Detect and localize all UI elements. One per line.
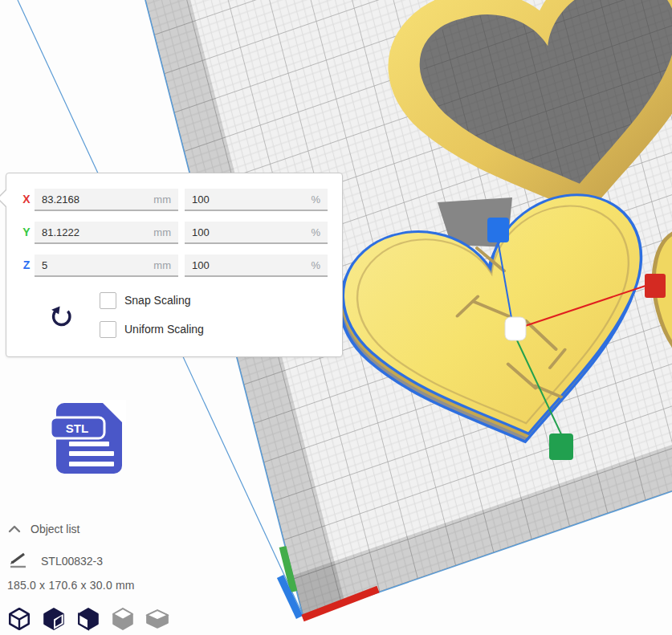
stl-file-thumbnail[interactable]: STL — [51, 400, 127, 478]
axis-y-label: Y — [20, 226, 33, 238]
z-size-input[interactable] — [35, 259, 153, 271]
view-mode-top-face-button[interactable] — [110, 606, 136, 632]
axis-z-label: Z — [20, 258, 33, 271]
stl-file-icon: STL — [51, 400, 127, 478]
y-size-input[interactable] — [35, 226, 153, 238]
cube-open-front-icon — [75, 606, 101, 632]
scale-handle-x[interactable] — [645, 274, 666, 298]
y-scale-input[interactable] — [185, 226, 311, 238]
snap-scaling-row: Snap Scaling — [100, 292, 191, 308]
reset-icon — [48, 303, 75, 331]
x-size-field: mm — [35, 189, 178, 211]
reset-scale-button[interactable] — [48, 303, 75, 331]
stl-badge-text: STL — [66, 421, 88, 435]
view-mode-open-face-button[interactable] — [75, 606, 101, 632]
uniform-scaling-label: Uniform Scaling — [124, 323, 204, 336]
snap-scaling-label: Snap Scaling — [124, 294, 191, 307]
snap-scaling-checkbox[interactable] — [100, 292, 116, 309]
scale-row-y: Y mm % — [6, 222, 342, 244]
pencil-edit-icon[interactable] — [10, 552, 31, 569]
z-scale-unit: % — [311, 259, 328, 271]
model-dimensions: 185.0 x 170.6 x 30.0 mm — [7, 579, 135, 592]
scale-row-z: Z mm % — [6, 254, 342, 277]
cube-gray-flat-top-icon — [145, 606, 170, 632]
object-list-header[interactable]: Object list — [31, 523, 79, 535]
z-scale-field: % — [185, 254, 328, 277]
y-scale-unit: % — [311, 226, 328, 238]
scale-tool-panel: X mm % Y mm % Z mm % — [6, 173, 343, 357]
axis-x-label: X — [20, 193, 33, 206]
y-size-unit: mm — [153, 226, 178, 238]
collapse-chevron-icon[interactable] — [7, 524, 22, 534]
scale-row-x: X mm % — [6, 189, 342, 211]
scale-handle-center[interactable] — [505, 317, 526, 340]
uniform-scaling-checkbox[interactable] — [100, 321, 116, 338]
view-mode-toolbar — [6, 606, 170, 632]
x-size-input[interactable] — [35, 193, 153, 206]
x-scale-unit: % — [311, 193, 328, 206]
object-list-item-name[interactable]: STL00832-3 — [41, 555, 103, 568]
cube-solid-icon — [41, 606, 67, 632]
z-scale-input[interactable] — [185, 259, 311, 271]
y-scale-field: % — [185, 222, 328, 244]
scale-handle-z[interactable] — [487, 218, 509, 242]
cube-wireframe-icon — [6, 606, 32, 632]
scale-handle-y[interactable] — [549, 434, 573, 460]
x-scale-input[interactable] — [185, 193, 311, 206]
z-size-field: mm — [35, 254, 178, 277]
y-size-field: mm — [35, 222, 178, 244]
view-mode-flat-top-button[interactable] — [145, 606, 170, 632]
view-mode-solid-button[interactable] — [41, 606, 67, 632]
uniform-scaling-row: Uniform Scaling — [100, 321, 204, 337]
cura-slicer-window: { "scale_panel": { "rows": [ {"axis": "X… — [0, 0, 672, 635]
z-size-unit: mm — [153, 259, 178, 271]
view-mode-wireframe-button[interactable] — [6, 606, 32, 632]
x-size-unit: mm — [153, 193, 178, 206]
cube-gray-top-icon — [110, 606, 136, 632]
x-scale-field: % — [185, 189, 328, 211]
